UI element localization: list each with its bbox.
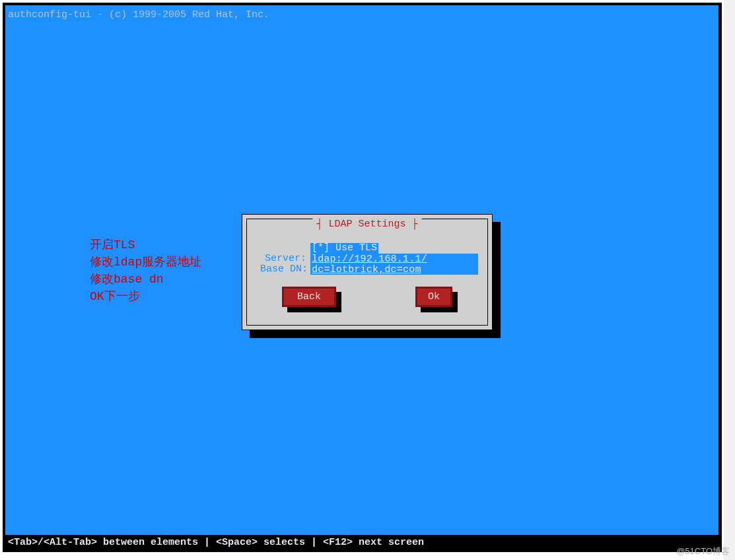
annotation-line-2: 修改ldap服务器地址 [90, 254, 201, 271]
watermark: @51CTO博客 [676, 545, 730, 557]
annotation-line-1: 开启TLS [90, 236, 201, 254]
annotation-line-3: 修改base dn [90, 271, 201, 288]
use-tls-checkbox[interactable]: [*] Use TLS [310, 243, 378, 254]
server-input[interactable] [310, 254, 478, 264]
dialog-title: ┤ LDAP Settings ├ [312, 219, 421, 230]
app-title: authconfig-tui - (c) 1999-2005 Red Hat, … [8, 9, 269, 20]
annotation-line-4: OK下一步 [90, 288, 201, 305]
ldap-settings-dialog: ┤ LDAP Settings ├ [*] Use TLS Server: Ba… [242, 214, 493, 330]
dialog-fields: [*] Use TLS Server: Base DN: [260, 243, 478, 275]
tui-background: authconfig-tui - (c) 1999-2005 Red Hat, … [5, 5, 718, 535]
terminal-frame: authconfig-tui - (c) 1999-2005 Red Hat, … [3, 3, 722, 552]
annotation-overlay: 开启TLS 修改ldap服务器地址 修改base dn OK下一步 [90, 236, 201, 305]
server-label: Server: [260, 254, 310, 264]
footer-hints: <Tab>/<Alt-Tab> between elements | <Spac… [8, 537, 424, 548]
base-dn-label: Base DN: [260, 264, 310, 275]
base-dn-input[interactable] [310, 264, 478, 275]
dialog-border: ┤ LDAP Settings ├ [*] Use TLS Server: Ba… [246, 219, 488, 326]
ok-button[interactable]: Ok [415, 287, 452, 307]
dialog-button-row: Back Ok [247, 287, 487, 307]
page-scrollbar-placeholder [724, 0, 735, 560]
back-button[interactable]: Back [282, 287, 336, 307]
